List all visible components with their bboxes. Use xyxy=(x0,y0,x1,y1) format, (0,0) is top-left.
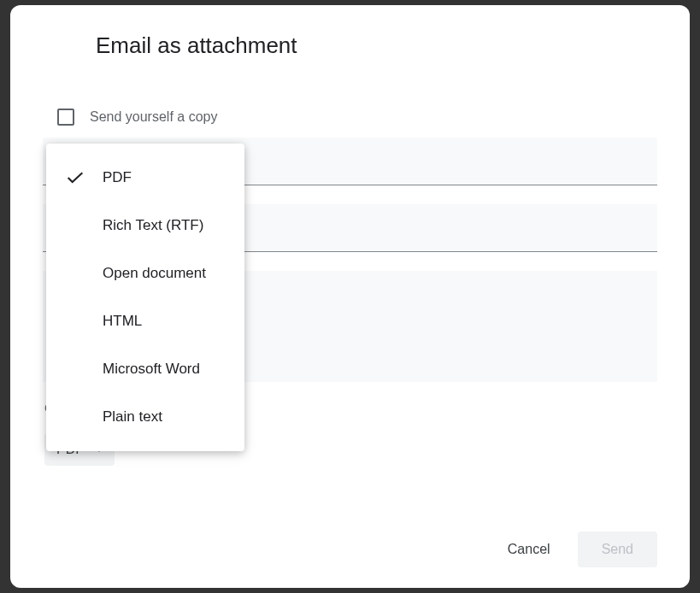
dropdown-item-rtf[interactable]: Rich Text (RTF) xyxy=(46,202,244,250)
spacer-icon xyxy=(67,410,84,424)
format-dropdown-menu: PDF Rich Text (RTF) Open document HTML M… xyxy=(46,144,244,451)
spacer-icon xyxy=(67,362,84,376)
dropdown-item-label: Rich Text (RTF) xyxy=(103,217,203,234)
send-copy-label: Send yourself a copy xyxy=(90,109,217,125)
dropdown-item-label: Open document xyxy=(103,265,206,282)
cancel-button[interactable]: Cancel xyxy=(492,533,566,566)
dropdown-item-label: Plain text xyxy=(103,408,162,426)
email-attachment-dialog: Email as attachment Send yourself a copy… xyxy=(10,5,690,588)
send-copy-checkbox[interactable] xyxy=(57,109,74,126)
dialog-title: Email as attachment xyxy=(10,5,690,59)
dropdown-item-docx[interactable]: Microsoft Word xyxy=(46,345,244,393)
dialog-actions: Cancel Send xyxy=(492,531,657,567)
dropdown-item-txt[interactable]: Plain text xyxy=(46,393,244,441)
check-icon xyxy=(67,171,84,185)
dropdown-item-label: PDF xyxy=(103,169,132,186)
dropdown-item-label: Microsoft Word xyxy=(103,361,200,378)
send-button[interactable]: Send xyxy=(578,531,657,567)
spacer-icon xyxy=(67,219,84,232)
dropdown-item-html[interactable]: HTML xyxy=(46,297,244,345)
dropdown-item-pdf[interactable]: PDF xyxy=(46,154,244,202)
spacer-icon xyxy=(67,314,84,328)
spacer-icon xyxy=(67,267,84,280)
send-copy-row: Send yourself a copy xyxy=(10,59,690,126)
dropdown-item-label: HTML xyxy=(103,313,142,330)
dropdown-item-odt[interactable]: Open document xyxy=(46,250,244,297)
